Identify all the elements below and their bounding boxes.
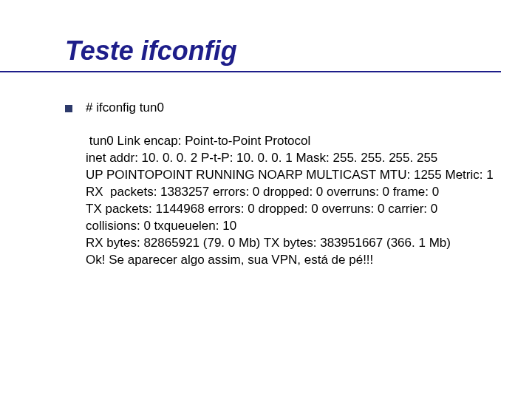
output-line: UP POINTOPOINT RUNNING NOARP MULTICAST M… — [86, 167, 510, 184]
command-text: # ifconfig tun0 — [86, 100, 164, 115]
output-block: tun0 Link encap: Point-to-Point Protocol… — [65, 133, 532, 269]
output-line: RX packets: 1383257 errors: 0 dropped: 0… — [86, 184, 510, 201]
slide-content: # ifconfig tun0 tun0 Link encap: Point-t… — [0, 72, 532, 269]
output-line: RX bytes: 82865921 (79. 0 Mb) TX bytes: … — [86, 235, 510, 252]
slide-title: Teste ifconfig — [0, 35, 501, 72]
output-line: collisions: 0 txqueuelen: 10 — [86, 218, 510, 235]
output-line: tun0 Link encap: Point-to-Point Protocol — [86, 133, 510, 150]
slide: Teste ifconfig # ifconfig tun0 tun0 Link… — [0, 0, 532, 399]
bullet-icon — [65, 105, 72, 112]
output-line: TX packets: 1144968 errors: 0 dropped: 0… — [86, 201, 510, 218]
output-line: inet addr: 10. 0. 0. 2 P-t-P: 10. 0. 0. … — [86, 150, 510, 167]
output-line: Ok! Se aparecer algo assim, sua VPN, est… — [86, 252, 510, 269]
bullet-item: # ifconfig tun0 — [65, 100, 532, 115]
